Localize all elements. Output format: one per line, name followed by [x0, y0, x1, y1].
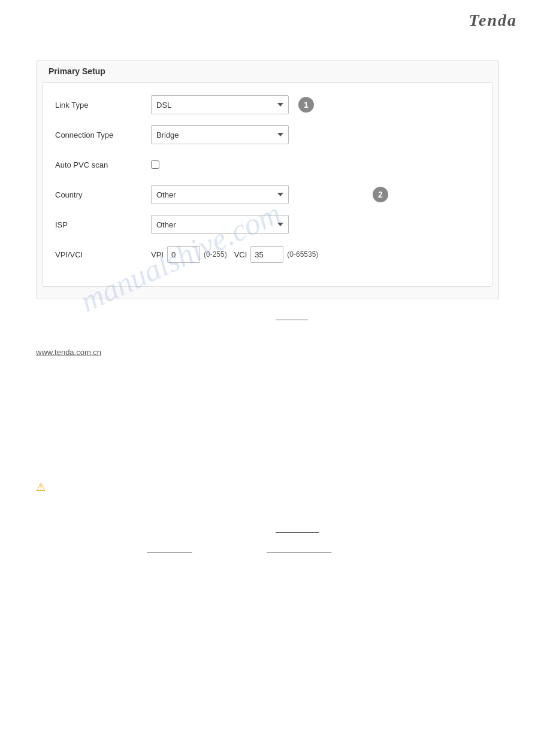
link-type-select[interactable]: DSL Ethernet: [151, 95, 289, 114]
connection-type-select[interactable]: Bridge PPPoE PPPoA IPoA IPoE: [151, 125, 289, 144]
callout-bubble-2: 2: [373, 187, 388, 202]
isp-select[interactable]: Other Default: [151, 215, 289, 234]
vpi-input[interactable]: [167, 246, 200, 263]
panel-body: Link Type DSL Ethernet 1 Connection Type…: [43, 82, 492, 287]
vpi-range-hint: (0-255): [204, 250, 227, 259]
country-select[interactable]: Other Australia UK Germany France: [151, 185, 289, 204]
link-label-2[interactable]: [276, 312, 308, 321]
warning-icon: ⚠: [36, 481, 46, 494]
link-label-3[interactable]: [276, 524, 319, 533]
main-content: Primary Setup Link Type DSL Ethernet 1 C…: [0, 60, 535, 299]
country-control: Other Australia UK Germany France 2: [151, 185, 388, 204]
link-label-5[interactable]: [267, 544, 331, 553]
country-row: Country Other Australia UK Germany Franc…: [55, 184, 480, 205]
link-type-label: Link Type: [55, 101, 151, 110]
panel-title: Primary Setup: [37, 60, 498, 82]
link-type-control: DSL Ethernet 1: [151, 95, 314, 114]
vpi-text-label: VPI: [151, 250, 164, 259]
isp-label: ISP: [55, 220, 151, 229]
auto-pvc-row: Auto PVC scan: [55, 154, 480, 175]
link-text-1[interactable]: www.tenda.com.cn: [36, 347, 101, 357]
link-label-4[interactable]: [147, 544, 192, 553]
tenda-logo: Tenda: [468, 11, 517, 30]
isp-row: ISP Other Default: [55, 214, 480, 235]
link-text-2[interactable]: [276, 311, 308, 321]
vpi-vci-row: VPI/VCI VPI (0-255) VCI (0-65535): [55, 244, 480, 265]
vpi-vci-label: VPI/VCI: [55, 250, 151, 259]
vci-range-hint: (0-65535): [287, 250, 318, 259]
auto-pvc-label: Auto PVC scan: [55, 160, 151, 169]
link-text-5[interactable]: [267, 544, 331, 553]
vpi-vci-control: VPI (0-255) VCI (0-65535): [151, 246, 318, 263]
link-label-1[interactable]: www.tenda.com.cn: [36, 348, 101, 357]
logo-text: Tenda: [468, 11, 517, 29]
auto-pvc-checkbox[interactable]: [151, 160, 159, 169]
isp-control: Other Default: [151, 215, 289, 234]
connection-type-label: Connection Type: [55, 130, 151, 139]
vpi-vci-inputs: VPI (0-255) VCI (0-65535): [151, 246, 318, 263]
vci-text-label: VCI: [234, 250, 247, 259]
link-type-row: Link Type DSL Ethernet 1: [55, 95, 480, 115]
link-text-3[interactable]: [276, 524, 319, 533]
link-text-4[interactable]: [147, 544, 192, 553]
connection-type-control: Bridge PPPoE PPPoA IPoA IPoE: [151, 125, 289, 144]
callout-bubble-1: 1: [298, 97, 314, 113]
primary-setup-panel: Primary Setup Link Type DSL Ethernet 1 C…: [36, 60, 499, 299]
connection-type-row: Connection Type Bridge PPPoE PPPoA IPoA …: [55, 125, 480, 145]
vci-input[interactable]: [250, 246, 283, 263]
auto-pvc-control: [151, 160, 159, 169]
country-label: Country: [55, 190, 151, 199]
